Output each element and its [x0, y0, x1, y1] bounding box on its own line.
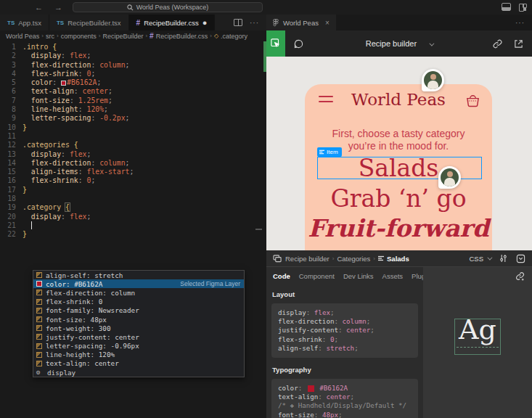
code-line[interactable]: 16 flex-shrink: 0;: [0, 176, 266, 185]
code-line[interactable]: 4 flex-shrink: 0;: [0, 70, 266, 78]
comment-pin-avatar[interactable]: [422, 69, 444, 91]
figma-property-icon: [36, 316, 42, 322]
nav-forward-icon[interactable]: →: [54, 3, 62, 12]
breadcrumb-item[interactable]: .category: [221, 33, 247, 40]
inspector-breadcrumb-item[interactable]: Recipe builder: [285, 255, 330, 263]
tab-recipebuilder.css[interactable]: #RecipeBuilder.css●: [129, 15, 216, 30]
suggest-item[interactable]: flex-shrink: 0: [33, 298, 244, 306]
app-title: World Peas: [305, 90, 492, 109]
tab-app.tsx[interactable]: TSApp.tsx: [0, 15, 49, 30]
suggest-item[interactable]: letter-spacing: -0.96px: [33, 342, 244, 351]
code-line[interactable]: 1.intro {: [0, 43, 266, 52]
breadcrumb-item[interactable]: RecipeBuilder.css: [156, 33, 208, 40]
code-line[interactable]: 10}: [0, 123, 266, 132]
suggest-item[interactable]: color: #B6162ASelected Figma Layer: [33, 279, 244, 288]
code-line[interactable]: 2 display: flex;: [0, 52, 266, 60]
suggest-item[interactable]: flex-direction: column: [33, 288, 244, 297]
basket-icon[interactable]: [465, 93, 480, 107]
code-line[interactable]: 15 align-items: flex-start;: [0, 168, 266, 176]
editor-more-actions-icon[interactable]: ···: [250, 19, 259, 27]
figma-property-icon: [36, 325, 42, 331]
line-number: 10: [0, 123, 16, 132]
line-number: 20: [0, 213, 16, 221]
code-line[interactable]: 9 letter-spacing: -0.2px;: [0, 114, 266, 123]
modified-dot-icon[interactable]: ●: [202, 19, 208, 27]
inspector-tab-assets[interactable]: Assets: [382, 272, 404, 280]
breadcrumb-item[interactable]: World Peas: [6, 33, 39, 40]
suggest-item[interactable]: justify-content: center: [33, 332, 244, 341]
suggest-item[interactable]: font-weight: 300: [33, 324, 244, 332]
breadcrumb-item[interactable]: src: [46, 33, 54, 40]
suggest-item[interactable]: line-height: 120%: [33, 351, 244, 359]
toggle-panel-icon[interactable]: [502, 3, 511, 11]
suggest-item[interactable]: text-align: center: [33, 359, 244, 368]
library-book-icon[interactable]: [516, 254, 525, 263]
suggest-item[interactable]: ⚙display: [33, 368, 244, 377]
customize-layout-icon[interactable]: [518, 3, 528, 11]
suggest-item[interactable]: align-self: stretch: [33, 271, 244, 279]
text-cursor: [31, 221, 32, 229]
split-editor-icon[interactable]: [234, 19, 242, 26]
code-line[interactable]: 5 color: #B6162A;: [0, 78, 266, 87]
code-line[interactable]: 21: [0, 221, 266, 230]
code-line[interactable]: 18: [0, 194, 266, 203]
ts-file-icon: TS: [7, 20, 15, 26]
code-line[interactable]: 11: [0, 132, 266, 141]
code-inspect-area[interactable]: Layoutdisplay: flex;flex-direction: colu…: [266, 284, 423, 418]
line-number: 15: [0, 168, 16, 176]
line-number: 8: [0, 105, 16, 114]
code-line[interactable]: 17}: [0, 186, 266, 194]
breadcrumb-item[interactable]: RecipeBuilder: [102, 33, 143, 40]
comment-pin-avatar[interactable]: [438, 166, 461, 189]
suggest-item[interactable]: font-family: Newsreader: [33, 306, 244, 315]
category-fruit-forward[interactable]: Fruit-forward: [305, 216, 492, 242]
editor-tab-bar: TSApp.tsxTSRecipeBuilder.tsx#RecipeBuild…: [0, 15, 266, 30]
tab-recipebuilder.tsx[interactable]: TSRecipeBuilder.tsx: [49, 15, 129, 30]
code-line[interactable]: 20 display: flex;: [0, 213, 266, 221]
css-code-box[interactable]: display: flex;flex-direction: column;jus…: [271, 303, 418, 358]
nav-back-icon[interactable]: ←: [35, 3, 43, 12]
code-line[interactable]: 12.categories {: [0, 141, 266, 149]
inspector-breadcrumb-item[interactable]: Salads: [378, 255, 409, 263]
figma-item-badge[interactable]: Item: [317, 147, 342, 157]
settings-sliders-icon[interactable]: [499, 254, 507, 263]
inspector-tab-dev-links[interactable]: Dev Links: [343, 272, 374, 280]
breadcrumb-item[interactable]: components: [61, 33, 97, 40]
design-canvas[interactable]: World Peas First, choose a tasty categor…: [266, 57, 532, 250]
frame-title-dropdown[interactable]: Recipe builder: [266, 39, 532, 48]
figma-property-icon: [36, 361, 42, 366]
suggest-item[interactable]: font-size: 48px: [33, 315, 244, 324]
search-icon: [127, 4, 134, 11]
more-actions-icon[interactable]: ···: [515, 19, 532, 27]
code-line[interactable]: 14 flex-direction: column;: [0, 159, 266, 168]
css-code-box[interactable]: color: #B6162Atext-align: center;/* ❖ Ha…: [271, 379, 418, 418]
dev-mode-panel: Recipe builder›Categories›Salads CSS: [266, 250, 532, 418]
inspector-tab-component[interactable]: Component: [299, 272, 335, 280]
css-file-icon: #: [136, 19, 141, 27]
command-center-search[interactable]: World Peas (Workspace): [73, 2, 263, 12]
code-line[interactable]: 19.category {: [0, 203, 266, 212]
code-editor[interactable]: 1.intro {2 display: flex;3 flex-directio…: [0, 41, 266, 418]
code-line[interactable]: 7 font-size: 1.25rem;: [0, 97, 266, 105]
code-line[interactable]: 8 line-height: 120%;: [0, 105, 266, 114]
text-lines-icon: [319, 149, 324, 155]
line-number: 1: [0, 43, 16, 52]
close-icon[interactable]: ×: [325, 19, 330, 27]
language-dropdown[interactable]: CSS: [469, 255, 491, 263]
code-line[interactable]: 6 text-align: center;: [0, 87, 266, 96]
inspector-tabs: CodeComponentDev LinksAssetsPlugins: [266, 267, 423, 284]
breadcrumb[interactable]: World Peas›src›components›RecipeBuilder›…: [0, 30, 266, 41]
code-line[interactable]: 13 display: flex;: [0, 150, 266, 159]
add-dev-link-icon[interactable]: [515, 271, 525, 281]
inspector-tab-code[interactable]: Code: [273, 272, 290, 280]
frames-icon[interactable]: [273, 255, 282, 263]
line-number: 7: [0, 97, 16, 105]
code-line[interactable]: 22}: [0, 230, 266, 239]
tab-world-peas[interactable]: World Peas ×: [266, 15, 336, 30]
inspector-breadcrumb-item[interactable]: Categories: [337, 255, 370, 263]
scrollbar-mark[interactable]: [255, 229, 262, 230]
figma-toolbar: Recipe builder: [266, 30, 532, 57]
category-grab-n-go[interactable]: Grab ‘n’ go: [305, 186, 492, 212]
code-line[interactable]: 3 flex-direction: column;: [0, 61, 266, 70]
mobile-frame[interactable]: World Peas First, choose a tasty categor…: [305, 84, 492, 250]
